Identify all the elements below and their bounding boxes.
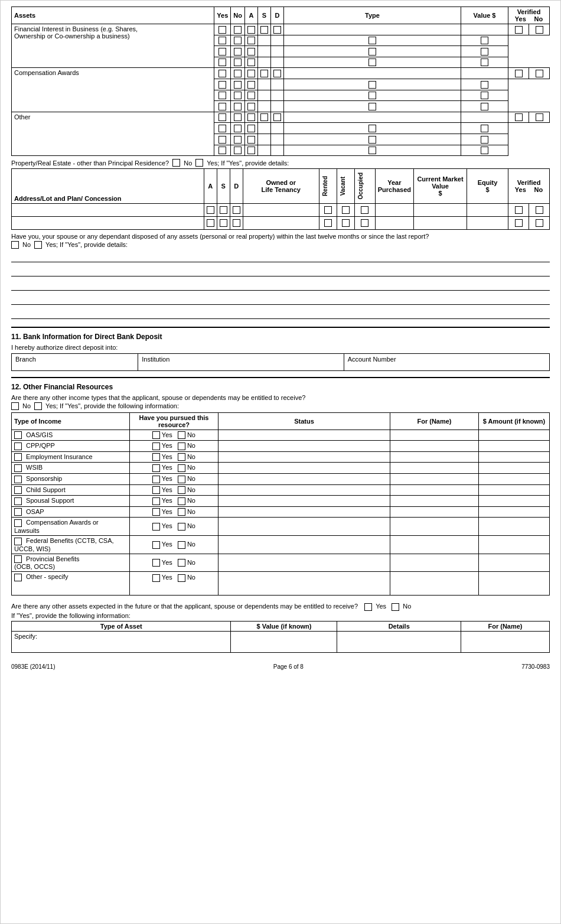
disposal-detail-4[interactable]	[11, 295, 550, 305]
spousal-no[interactable]	[178, 497, 185, 505]
other-a-1[interactable]	[245, 112, 258, 123]
other-verified-yes-2[interactable]	[284, 123, 461, 134]
ei-yes[interactable]	[152, 453, 160, 461]
other-verified-yes-1[interactable]	[508, 112, 529, 123]
disposal-yes-checkbox[interactable]	[34, 241, 42, 249]
comp-verified-yes-4[interactable]	[284, 101, 461, 112]
comp-lawsuits-for-name[interactable]	[390, 518, 479, 536]
comp-s-2[interactable]	[231, 79, 245, 90]
comp-s-4[interactable]	[231, 101, 245, 112]
cppqpp-checkbox[interactable]	[14, 443, 22, 450]
financial-verified-yes-1[interactable]	[508, 24, 529, 35]
property-yes-checkbox[interactable]	[195, 159, 203, 167]
financial-s-3[interactable]	[231, 46, 245, 57]
comp-a-1[interactable]	[245, 68, 258, 79]
ei-no[interactable]	[178, 453, 185, 461]
other-d-4[interactable]	[245, 145, 258, 156]
osap-checkbox[interactable]	[14, 508, 22, 516]
other-s-4[interactable]	[231, 145, 245, 156]
prop-market-2[interactable]	[414, 216, 467, 229]
prop-s-2[interactable]	[217, 216, 230, 229]
comp-yes-checkbox[interactable]	[214, 68, 231, 79]
financial-s-checkbox[interactable]	[258, 24, 271, 35]
comp-verified-no-4[interactable]	[461, 101, 508, 112]
federal-benefits-status[interactable]	[218, 536, 390, 554]
comp-d-4[interactable]	[245, 101, 258, 112]
prop-market-1[interactable]	[414, 203, 467, 216]
federal-benefits-checkbox[interactable]	[14, 538, 22, 545]
financial-verified-yes-2[interactable]	[284, 35, 461, 46]
prop-d-1[interactable]	[230, 203, 243, 216]
comp-d-3[interactable]	[245, 90, 258, 101]
other-specify-yes[interactable]	[152, 574, 160, 582]
spousal-status[interactable]	[218, 496, 390, 507]
disposal-detail-2[interactable]	[11, 267, 550, 276]
other-verified-no-4[interactable]	[461, 145, 508, 156]
comp-verified-no-1[interactable]	[529, 68, 550, 79]
financial-d-4[interactable]	[245, 57, 258, 68]
provincial-benefits-amount[interactable]	[479, 554, 550, 572]
sponsorship-checkbox[interactable]	[14, 476, 22, 483]
prop-s-1[interactable]	[217, 203, 230, 216]
other-d-1[interactable]	[271, 112, 284, 123]
other-specify-checkbox[interactable]	[14, 574, 22, 581]
financial-verified-no-2[interactable]	[461, 35, 508, 46]
other-a-3[interactable]	[214, 134, 231, 145]
other-yes-checkbox[interactable]	[34, 402, 42, 410]
financial-a-2[interactable]	[214, 35, 231, 46]
comp-d-1[interactable]	[271, 68, 284, 79]
provincial-benefits-no[interactable]	[178, 559, 185, 567]
comp-a-3[interactable]	[214, 90, 231, 101]
comp-lawsuits-status[interactable]	[218, 518, 390, 536]
other-verified-yes-4[interactable]	[284, 145, 461, 156]
prop-occupied-2[interactable]	[354, 216, 375, 229]
cppqpp-no[interactable]	[178, 443, 185, 450]
federal-benefits-no[interactable]	[178, 541, 185, 549]
other-s-2[interactable]	[231, 123, 245, 134]
cppqpp-amount[interactable]	[479, 441, 550, 452]
wsib-yes[interactable]	[152, 464, 160, 472]
other-verified-no-3[interactable]	[461, 134, 508, 145]
other-specify-for-name[interactable]	[390, 572, 479, 596]
disposal-detail-5[interactable]	[11, 310, 550, 319]
osap-status[interactable]	[218, 506, 390, 518]
oasgis-yes[interactable]	[152, 431, 160, 439]
federal-benefits-for-name[interactable]	[390, 536, 479, 554]
comp-s-3[interactable]	[231, 90, 245, 101]
other-no-checkbox[interactable]	[231, 112, 245, 123]
comp-verified-yes-1[interactable]	[508, 68, 529, 79]
future-for-name-1[interactable]	[461, 631, 550, 652]
spousal-amount[interactable]	[479, 496, 550, 507]
prop-vacant-2[interactable]	[337, 216, 354, 229]
other-a-2[interactable]	[214, 123, 231, 134]
financial-no-checkbox[interactable]	[231, 24, 245, 35]
wsib-status[interactable]	[218, 463, 390, 474]
prop-verified-yes-2[interactable]	[508, 216, 529, 229]
prop-year-1[interactable]	[375, 203, 413, 216]
spousal-checkbox[interactable]	[14, 497, 22, 505]
prop-equity-1[interactable]	[467, 203, 508, 216]
osap-for-name[interactable]	[390, 506, 479, 518]
federal-benefits-amount[interactable]	[479, 536, 550, 554]
ei-checkbox[interactable]	[14, 453, 22, 461]
oasgis-amount[interactable]	[479, 430, 550, 441]
ei-for-name[interactable]	[390, 451, 479, 463]
prop-verified-no-1[interactable]	[529, 203, 550, 216]
cppqpp-status[interactable]	[218, 441, 390, 452]
wsib-amount[interactable]	[479, 463, 550, 474]
sponsorship-no[interactable]	[178, 476, 185, 483]
financial-a-3[interactable]	[214, 46, 231, 57]
childsupport-no[interactable]	[178, 486, 185, 494]
prop-rented-1[interactable]	[319, 203, 337, 216]
financial-s-4[interactable]	[231, 57, 245, 68]
prop-verified-no-2[interactable]	[529, 216, 550, 229]
osap-amount[interactable]	[479, 506, 550, 518]
other-specify-status[interactable]	[218, 572, 390, 596]
other-s-3[interactable]	[231, 134, 245, 145]
ei-status[interactable]	[218, 451, 390, 463]
financial-verified-yes-3[interactable]	[284, 46, 461, 57]
financial-yes-checkbox[interactable]	[214, 24, 231, 35]
other-specify-amount[interactable]	[479, 572, 550, 596]
other-s-1[interactable]	[258, 112, 271, 123]
osap-no[interactable]	[178, 508, 185, 516]
